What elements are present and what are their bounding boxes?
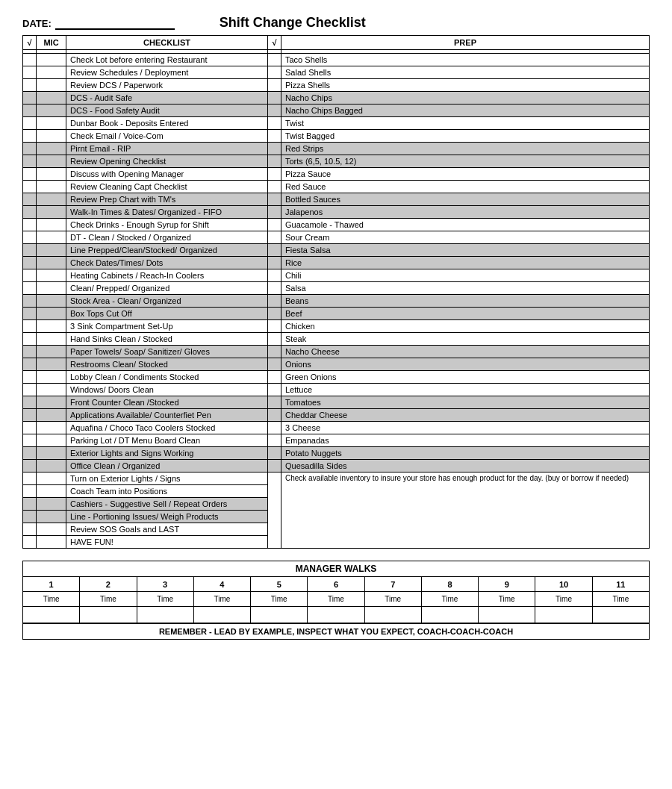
- header-check2: √: [268, 36, 281, 50]
- table-row: Clean/ Prepped/ OrganizedSalsa: [23, 282, 650, 295]
- checklist-item: DCS - Food Safety Audit: [66, 105, 268, 117]
- manager-walks-title: MANAGER WALKS: [22, 561, 650, 576]
- prep-item: Fiesta Salsa: [281, 244, 650, 257]
- walk-time-label: Time: [23, 592, 80, 607]
- table-row: Aquafina / Choco Taco Coolers Stocked3 C…: [23, 422, 650, 434]
- checklist-item: Discuss with Opening Manager: [66, 168, 268, 181]
- walk-time-label: Time: [592, 592, 649, 607]
- mic-cell: [37, 320, 66, 333]
- prep-item: Sour Cream: [281, 231, 650, 244]
- walk-number-cell: 6: [308, 577, 364, 592]
- table-row: Hand Sinks Clean / StockedSteak: [23, 333, 650, 346]
- table-row: Check Email / Voice-ComTwist Bagged: [23, 130, 650, 143]
- checklist-item: Line Prepped/Clean/Stocked/ Organized: [66, 244, 268, 257]
- mic-cell: [37, 358, 66, 371]
- check-cell-right: [268, 396, 281, 409]
- footer-note: REMEMBER - LEAD BY EXAMPLE, INSPECT WHAT…: [22, 623, 650, 640]
- table-row: Dunbar Book - Deposits EnteredTwist: [23, 117, 650, 130]
- prep-item: Lettuce: [281, 384, 650, 396]
- check-cell-right: [268, 105, 281, 117]
- mic-cell: [37, 409, 66, 422]
- table-row: Review Cleaning Capt ChecklistRed Sauce: [23, 181, 650, 193]
- check-cell-left: [23, 523, 37, 536]
- prep-item: Green Onions: [281, 371, 650, 384]
- table-row: DCS - Food Safety AuditNacho Chips Bagge…: [23, 105, 650, 117]
- checklist-item: Pirnt Email - RIP: [66, 143, 268, 155]
- table-row: Turn on Exterior Lights / SignsCheck ava…: [23, 473, 650, 485]
- check-cell-left: [23, 295, 37, 308]
- walk-data-cell: [592, 607, 649, 623]
- mic-cell: [37, 308, 66, 320]
- check-cell-left: [23, 511, 37, 523]
- check-cell-left: [23, 54, 37, 66]
- checklist-item: Windows/ Doors Clean: [66, 384, 268, 396]
- check-cell-left: [23, 143, 37, 155]
- walk-data-cell: [193, 607, 250, 623]
- mic-cell: [37, 155, 66, 168]
- walk-data-cell: [80, 607, 137, 623]
- table-row: Box Tops Cut OffBeef: [23, 308, 650, 320]
- checklist-item: DT - Clean / Stocked / Organized: [66, 231, 268, 244]
- table-row: Check Lot before entering RestaurantTaco…: [23, 54, 650, 66]
- table-row: Restrooms Clean/ StockedOnions: [23, 358, 650, 371]
- check-cell-right: [268, 143, 281, 155]
- prep-item: Nacho Chips Bagged: [281, 105, 650, 117]
- check-cell-left: [23, 422, 37, 434]
- prep-item: Chicken: [281, 320, 650, 333]
- checklist-item: Lobby Clean / Condiments Stocked: [66, 371, 268, 384]
- check-cell-left: [23, 206, 37, 219]
- check-cell-right: [268, 206, 281, 219]
- mic-cell: [37, 117, 66, 130]
- checklist-item: Turn on Exterior Lights / Signs: [66, 473, 268, 485]
- prep-item: Steak: [281, 333, 650, 346]
- header-mic: MIC: [37, 36, 66, 50]
- walk-time-label: Time: [364, 592, 421, 607]
- mic-cell: [37, 231, 66, 244]
- table-row: DT - Clean / Stocked / OrganizedSour Cre…: [23, 231, 650, 244]
- table-row: Pirnt Email - RIPRed Strips: [23, 143, 650, 155]
- header-checklist: CHECKLIST: [66, 36, 268, 50]
- mic-cell: [37, 168, 66, 181]
- checklist-item: Hand Sinks Clean / Stocked: [66, 333, 268, 346]
- checklist-item: Parking Lot / DT Menu Board Clean: [66, 434, 268, 447]
- checklist-item: Line - Portioning Issues/ Weigh Products: [66, 511, 268, 523]
- prep-item: Cheddar Cheese: [281, 409, 650, 422]
- mic-cell: [37, 219, 66, 231]
- checklist-item: Office Clean / Organized: [66, 460, 268, 473]
- mic-cell: [37, 66, 66, 79]
- checklist-item: DCS - Audit Safe: [66, 92, 268, 105]
- checklist-item: Cashiers - Suggestive Sell / Repeat Orde…: [66, 498, 268, 511]
- walk-time-label: Time: [479, 592, 535, 607]
- table-row: Lobby Clean / Condiments StockedGreen On…: [23, 371, 650, 384]
- prep-item: Empanadas: [281, 434, 650, 447]
- check-cell-right: [268, 219, 281, 231]
- check-cell-right: [268, 371, 281, 384]
- mic-cell: [37, 295, 66, 308]
- checklist-item: 3 Sink Compartment Set-Up: [66, 320, 268, 333]
- walk-time-label: Time: [80, 592, 137, 607]
- mic-cell: [37, 523, 66, 536]
- check-cell-right: [268, 422, 281, 434]
- check-cell-left: [23, 536, 37, 549]
- table-row: Heating Cabinets / Reach-In CoolersChili: [23, 269, 650, 282]
- mic-cell: [37, 346, 66, 358]
- mic-cell: [37, 333, 66, 346]
- check-cell-left: [23, 79, 37, 92]
- check-cell-right: [268, 409, 281, 422]
- checklist-item: Review DCS / Paperwork: [66, 79, 268, 92]
- prep-item: Red Sauce: [281, 181, 650, 193]
- table-row: Front Counter Clean /StockedTomatoes: [23, 396, 650, 409]
- walk-time-label: Time: [251, 592, 308, 607]
- mic-cell: [37, 447, 66, 460]
- check-cell-left: [23, 371, 37, 384]
- walk-data-cell: [137, 607, 193, 623]
- walk-data-cell: [421, 607, 478, 623]
- checklist-item: Check Drinks - Enough Syrup for Shift: [66, 219, 268, 231]
- manager-walks-time-row: TimeTimeTimeTimeTimeTimeTimeTimeTimeTime…: [23, 592, 650, 607]
- check-cell-left: [23, 409, 37, 422]
- prep-item: Salad Shells: [281, 66, 650, 79]
- checklist-item: Heating Cabinets / Reach-In Coolers: [66, 269, 268, 282]
- check-cell-right: [268, 155, 281, 168]
- prep-item: Quesadilla Sides: [281, 460, 650, 473]
- checklist-item: Check Lot before entering Restaurant: [66, 54, 268, 66]
